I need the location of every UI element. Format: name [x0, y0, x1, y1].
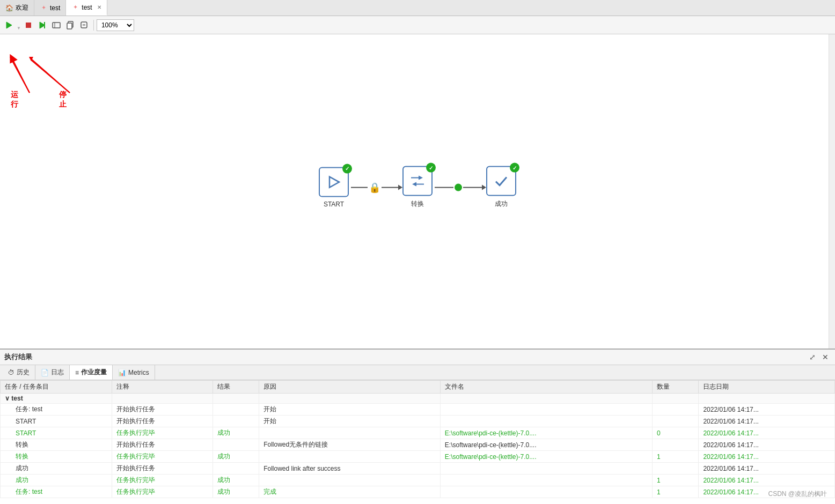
tab-metrics[interactable]: 📊 Metrics [113, 365, 155, 380]
result-table-wrapper[interactable]: 任务 / 任务条目 注释 结果 原因 文件名 数量 日志日期 ∨ test任务:… [0, 380, 835, 504]
close-panel-icon[interactable]: ✕ [820, 352, 831, 362]
preview-button[interactable] [50, 19, 63, 32]
tab-test1[interactable]: ✦ test [34, 0, 66, 16]
table-cell [259, 394, 441, 404]
job-icon-1: ✦ [40, 4, 47, 12]
tab-history[interactable]: ⏱ 历史 [3, 365, 35, 380]
tab-test2[interactable]: ✦ test ✕ [66, 0, 107, 16]
tab-workload[interactable]: ≡ 作业度量 [70, 365, 113, 380]
table-cell: 转换 [1, 451, 112, 463]
table-cell: 2022/01/06 14:17... [699, 427, 835, 439]
table-cell: 2022/01/06 14:17... [699, 463, 835, 475]
run-button[interactable] [3, 19, 16, 32]
canvas-area: 运行 停止 ✓ START 🔒 [0, 34, 835, 349]
table-cell: 2022/01/06 14:17... [699, 451, 835, 463]
table-cell: 开始执行任务 [112, 439, 213, 451]
tab-test1-label: test [50, 4, 60, 12]
table-header-row: 任务 / 任务条目 注释 结果 原因 文件名 数量 日志日期 [1, 381, 835, 394]
table-cell [213, 416, 259, 427]
table-cell: 成功 [213, 451, 259, 463]
transform-node-box: ✓ [402, 166, 433, 196]
table-cell: 成功 [213, 486, 259, 498]
stop-icon [24, 21, 33, 29]
metrics-icon: 📊 [118, 369, 126, 376]
success-label: 成功 [495, 199, 508, 209]
start-check-badge: ✓ [342, 164, 352, 173]
col-result: 结果 [213, 381, 259, 394]
line-1b [382, 187, 398, 188]
tab-welcome-label: 欢迎 [16, 3, 28, 12]
table-cell [259, 475, 441, 486]
start-label: START [324, 200, 344, 207]
svg-marker-19 [419, 176, 423, 180]
tab-welcome[interactable]: 🏠 欢迎 [0, 0, 34, 16]
col-task: 任务 / 任务条目 [1, 381, 112, 394]
table-cell: 成功 [1, 463, 112, 475]
table-cell: Followed link after success [259, 463, 441, 475]
success-check-badge: ✓ [510, 163, 519, 173]
table-cell [440, 416, 652, 427]
table-cell: 任务: test [1, 486, 112, 498]
toolbar-separator [93, 20, 94, 31]
zoom-out-icon [80, 21, 89, 29]
svg-rect-8 [67, 23, 72, 29]
table-cell: ∨ test [1, 394, 112, 404]
table-cell: E:\software\pdi-ce-(kettle)-7.0.... [440, 439, 652, 451]
copy-button[interactable] [64, 19, 77, 32]
play-icon [5, 21, 13, 29]
run-annotation: 运行 [11, 90, 18, 109]
table-cell: 成功 [1, 475, 112, 486]
table-row: 转换开始执行任务Followed无条件的链接E:\software\pdi-ce… [1, 439, 835, 451]
table-row: 任务: test开始执行任务开始2022/01/06 14:17... [1, 404, 835, 416]
svg-line-13 [12, 60, 30, 93]
table-cell: 2022/01/06 14:17... [699, 416, 835, 427]
tab-log[interactable]: 📄 日志 [35, 365, 70, 380]
table-cell: E:\software\pdi-ce-(kettle)-7.0.... [440, 427, 652, 439]
table-cell: 成功 [213, 475, 259, 486]
table-cell: 任务执行完毕 [112, 486, 213, 498]
table-cell: 1 [653, 451, 699, 463]
table-cell [440, 463, 652, 475]
tab-close-icon[interactable]: ✕ [97, 4, 101, 10]
table-cell [653, 416, 699, 427]
workflow-node-transform: ✓ 转换 [402, 166, 433, 209]
lock-icon: 🔒 [369, 181, 380, 193]
table-row: 成功开始执行任务Followed link after success2022/… [1, 463, 835, 475]
line-2a [435, 187, 453, 188]
panel-tabs: ⏱ 历史 📄 日志 ≡ 作业度量 📊 Metrics [0, 365, 835, 380]
debug-button[interactable] [36, 19, 49, 32]
table-cell: 开始执行任务 [112, 416, 213, 427]
zoom-select[interactable]: 100% 50% 75% 125% 150% 200% [97, 19, 134, 31]
table-row: START任务执行完毕成功E:\software\pdi-ce-(kettle)… [1, 427, 835, 439]
vertical-scrollbar[interactable] [829, 34, 835, 349]
table-cell [213, 439, 259, 451]
svg-line-12 [30, 58, 70, 93]
stop-button[interactable] [22, 19, 35, 32]
table-row: 任务: test任务执行完毕成功完成12022/01/06 14:17... [1, 486, 835, 498]
tab-history-label: 历史 [17, 368, 30, 377]
table-cell: E:\software\pdi-ce-(kettle)-7.0.... [440, 451, 652, 463]
expand-icon[interactable]: ⤢ [807, 352, 818, 362]
table-cell: 1 [653, 475, 699, 486]
result-table: 任务 / 任务条目 注释 结果 原因 文件名 数量 日志日期 ∨ test任务:… [0, 380, 835, 498]
col-note: 注释 [112, 381, 213, 394]
table-cell: START [1, 416, 112, 427]
table-cell [213, 404, 259, 416]
table-cell [699, 394, 835, 404]
table-cell [213, 463, 259, 475]
success-checkmark-icon [493, 173, 510, 190]
table-cell [259, 451, 441, 463]
start-play-icon [325, 173, 342, 190]
arrow-1 [398, 184, 402, 190]
zoom-out-button[interactable] [78, 19, 91, 32]
svg-marker-0 [6, 22, 12, 28]
preview-icon [52, 21, 61, 29]
table-cell: 完成 [259, 486, 441, 498]
svg-marker-17 [329, 176, 339, 187]
table-cell: 开始执行任务 [112, 463, 213, 475]
svg-line-11 [12, 58, 30, 93]
table-cell: START [1, 427, 112, 439]
table-cell: 开始 [259, 416, 441, 427]
col-reason: 原因 [259, 381, 441, 394]
svg-rect-1 [26, 23, 31, 28]
